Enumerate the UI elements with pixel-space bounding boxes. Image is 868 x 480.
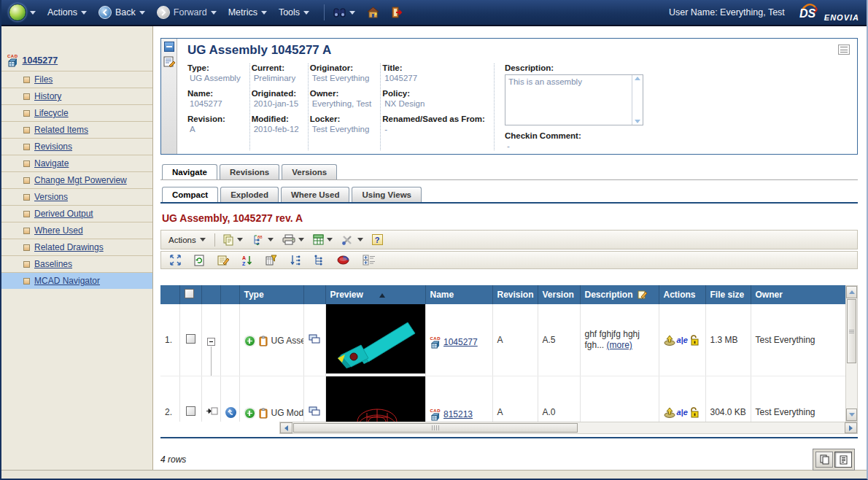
collapse-panel-button[interactable] [164, 42, 174, 52]
clipboard-icon[interactable] [259, 408, 268, 419]
refresh-button[interactable] [193, 254, 206, 267]
col-file-size[interactable]: File size [705, 285, 751, 304]
vertical-scroll-thumb[interactable] [847, 299, 856, 363]
scroll-up-button[interactable] [846, 286, 857, 298]
bullet-icon [23, 177, 30, 184]
horizontal-scrollbar[interactable] [279, 422, 858, 434]
app-menu-button[interactable] [9, 4, 36, 21]
forward-button[interactable]: Forward [157, 6, 217, 19]
sidebar-item-files[interactable]: Files [1, 71, 152, 88]
col-name[interactable]: Name [425, 285, 492, 304]
expand-view-button[interactable] [168, 254, 182, 266]
filter-button[interactable] [264, 254, 279, 266]
tools-menu[interactable]: Tools [279, 7, 309, 18]
checkin-icon[interactable] [664, 335, 675, 346]
scroll-down-button[interactable] [846, 409, 857, 421]
actions-menu[interactable]: Actions [47, 7, 87, 18]
edit-button[interactable] [216, 254, 230, 266]
tab-versions[interactable]: Versions [282, 164, 337, 179]
sidebar-item-related-items[interactable]: Related Items [1, 121, 152, 138]
textarea-scrollbar[interactable] [632, 75, 643, 125]
list-view-button[interactable] [834, 452, 852, 468]
hierarchy-button[interactable] [312, 254, 325, 267]
panel-menu-icon[interactable] [838, 44, 850, 55]
checkin-icon[interactable] [664, 407, 675, 418]
print-button[interactable] [281, 233, 306, 246]
preview-cell[interactable] [325, 376, 425, 422]
scroll-left-button[interactable] [280, 422, 292, 433]
tab-compact[interactable]: Compact [162, 187, 218, 202]
col-actions[interactable]: Actions [659, 285, 705, 304]
sidebar-item-change-mgt-powerview[interactable]: Change Mgt Powerview [1, 171, 152, 188]
col-preview[interactable]: Preview [325, 285, 425, 304]
tab-exploded[interactable]: Exploded [220, 187, 279, 202]
sidebar-item-navigate[interactable]: Navigate [1, 155, 152, 171]
add-structure-button[interactable]: 88 [250, 233, 275, 247]
object-link[interactable]: 815213 [443, 409, 473, 419]
child-node-icon[interactable] [206, 407, 218, 415]
sidebar-item-lifecycle[interactable]: Lifecycle [1, 104, 152, 121]
col-type[interactable]: Type [239, 285, 303, 304]
tab-revisions[interactable]: Revisions [220, 164, 279, 179]
collapse-node-icon[interactable] [207, 338, 215, 346]
expand-level-button[interactable] [289, 254, 302, 267]
preview-cell[interactable] [325, 304, 425, 376]
sort-button[interactable]: A Z [241, 254, 254, 267]
vertical-scrollbar[interactable] [845, 285, 858, 422]
tab-using-views[interactable]: Using Views [352, 187, 422, 202]
home-button[interactable] [367, 7, 379, 18]
name-cell: CAD 1045277 [425, 304, 492, 376]
scroll-track[interactable] [578, 422, 845, 433]
chevron-down-icon [349, 11, 355, 15]
row-checkbox[interactable] [186, 406, 195, 416]
logout-button[interactable] [391, 7, 403, 18]
sidebar-item-related-drawings[interactable]: Related Drawings [1, 239, 152, 255]
row-checkbox[interactable] [186, 334, 195, 344]
col-owner[interactable]: Owner [751, 285, 845, 304]
sidebar-item-revisions[interactable]: Revisions [1, 138, 152, 155]
description-textarea[interactable]: This is an assembly [505, 74, 643, 125]
col-revision[interactable]: Revision [492, 285, 538, 304]
unlock-icon[interactable] [689, 407, 699, 418]
copy-button[interactable] [221, 233, 244, 247]
sidebar-item-derived-output[interactable]: Derived Output [1, 205, 152, 222]
open-window-icon[interactable] [309, 406, 320, 416]
col-description[interactable]: Description [580, 285, 659, 304]
edit-notepad-icon [217, 255, 229, 266]
chevron-down-icon [298, 238, 304, 241]
back-button[interactable]: Back [98, 6, 145, 19]
object-link[interactable]: 1045277 [443, 337, 478, 347]
expand-all-button[interactable] [361, 254, 377, 266]
add-child-icon[interactable] [244, 408, 255, 419]
horizontal-scroll-thumb[interactable] [293, 423, 578, 433]
search-button[interactable] [333, 7, 355, 18]
chart-button[interactable] [336, 255, 351, 266]
rename-icon[interactable]: a|e [677, 408, 688, 417]
tab-where-used[interactable]: Where Used [281, 187, 349, 202]
sidebar-item-where-used[interactable]: Where Used [1, 222, 152, 239]
sidebar-item-baselines[interactable]: Baselines [1, 255, 152, 272]
rename-icon[interactable]: a|e [677, 336, 688, 344]
clipboard-icon[interactable] [259, 336, 268, 347]
help-button[interactable]: ? [371, 233, 384, 246]
unlock-icon[interactable] [689, 335, 699, 346]
copy-view-button[interactable] [815, 452, 833, 468]
tools-button[interactable] [340, 233, 365, 247]
metrics-menu[interactable]: Metrics [228, 7, 267, 18]
add-child-icon[interactable] [244, 336, 255, 347]
export-button[interactable] [311, 233, 334, 246]
scroll-right-button[interactable] [845, 422, 857, 433]
sidebar-item-versions[interactable]: Versions [1, 188, 152, 205]
sidebar-item-root[interactable]: CAD 1045277 [1, 51, 152, 71]
sidebar-item-history[interactable]: History [1, 88, 152, 104]
tab-navigate[interactable]: Navigate [162, 164, 217, 179]
sidebar-item-mcad-navigator[interactable]: MCAD Navigator [1, 272, 152, 289]
actions-dropdown[interactable]: Actions [166, 234, 209, 246]
more-link[interactable]: (more) [607, 340, 632, 350]
open-window-icon[interactable] [309, 334, 320, 344]
scroll-track[interactable] [846, 364, 857, 409]
col-version[interactable]: Version [538, 285, 580, 304]
go-to-parent-icon[interactable] [225, 407, 236, 418]
properties-icon[interactable] [163, 56, 175, 68]
select-all-checkbox[interactable] [185, 289, 194, 298]
